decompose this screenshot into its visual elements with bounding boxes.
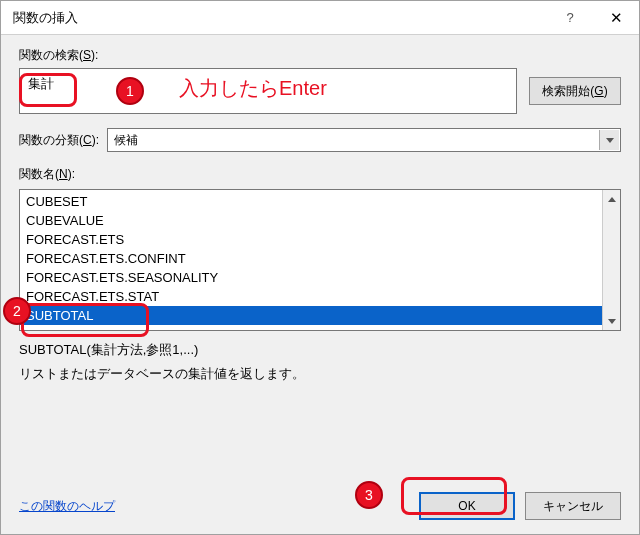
search-label: 関数の検索(S): — [19, 47, 621, 64]
search-go-button[interactable]: 検索開始(G) — [529, 77, 621, 105]
function-description: リストまたはデータベースの集計値を返します。 — [19, 365, 621, 383]
titlebar: 関数の挿入 ? ✕ — [1, 1, 639, 35]
dialog-content: 関数の検索(S): 集計 検索開始(G) 関数の分類(C): 候補 関数名(N)… — [1, 35, 639, 383]
chevron-down-icon[interactable] — [599, 130, 619, 150]
ok-button[interactable]: OK — [419, 492, 515, 520]
search-input[interactable]: 集計 — [19, 68, 517, 114]
dialog-title: 関数の挿入 — [13, 9, 547, 27]
cancel-button[interactable]: キャンセル — [525, 492, 621, 520]
list-item[interactable]: FORECAST.ETS.SEASONALITY — [26, 268, 596, 287]
list-item[interactable]: FORECAST.ETS.STAT — [26, 287, 596, 306]
scrollbar[interactable] — [602, 190, 620, 330]
scroll-up-icon[interactable] — [603, 190, 620, 208]
function-name-label: 関数名(N): — [19, 166, 621, 183]
insert-function-dialog: 関数の挿入 ? ✕ 関数の検索(S): 集計 検索開始(G) 関数の分類(C):… — [0, 0, 640, 535]
list-item[interactable]: CUBEVALUE — [26, 211, 596, 230]
scroll-down-icon[interactable] — [603, 312, 620, 330]
list-item[interactable]: FORECAST.ETS — [26, 230, 596, 249]
search-row: 集計 検索開始(G) — [19, 68, 621, 114]
list-item[interactable]: SUBTOTAL — [20, 306, 602, 325]
list-item[interactable]: FORECAST.ETS.CONFINT — [26, 249, 596, 268]
search-value: 集計 — [28, 76, 54, 91]
category-value: 候補 — [114, 132, 138, 149]
close-icon[interactable]: ✕ — [593, 2, 639, 34]
category-label: 関数の分類(C): — [19, 132, 99, 149]
function-listbox[interactable]: CUBESETCUBEVALUEFORECAST.ETSFORECAST.ETS… — [19, 189, 621, 331]
help-icon[interactable]: ? — [547, 2, 593, 34]
dialog-footer: この関数のヘルプ OK キャンセル — [19, 492, 621, 520]
category-select[interactable]: 候補 — [107, 128, 621, 152]
function-syntax: SUBTOTAL(集計方法,参照1,...) — [19, 341, 621, 359]
list-item[interactable]: CUBESET — [26, 192, 596, 211]
help-link[interactable]: この関数のヘルプ — [19, 498, 409, 515]
category-row: 関数の分類(C): 候補 — [19, 128, 621, 152]
